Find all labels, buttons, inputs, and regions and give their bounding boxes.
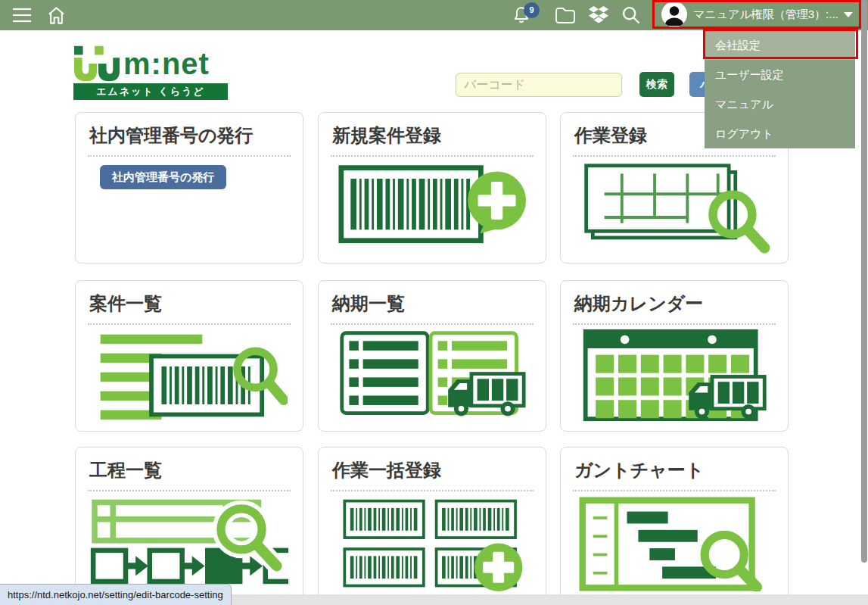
calendar-truck-icon <box>576 329 773 423</box>
divider <box>88 155 291 157</box>
vertical-scrollbar[interactable] <box>861 0 867 563</box>
card-title: 工程一覧 <box>89 458 291 482</box>
card-process-list[interactable]: 工程一覧 <box>75 447 303 601</box>
worksheet-search-icon <box>576 161 773 255</box>
menu-item-logout[interactable]: ログアウト <box>705 119 855 148</box>
gantt-search-icon <box>576 497 773 591</box>
list-barcode-search-icon <box>91 329 288 423</box>
chevron-down-icon <box>844 12 853 17</box>
barcodes-plus-icon <box>334 497 530 591</box>
brand-name: m:net <box>123 47 210 81</box>
card-bulk-work-registration[interactable]: 作業一括登録 <box>318 447 546 601</box>
card-internal-number-issue[interactable]: 社内管理番号の発行 社内管理番号の発行 <box>75 112 303 264</box>
card-project-list[interactable]: 案件一覧 <box>75 280 303 432</box>
user-dropdown-menu: 会社設定 ユーザー設定 マニュアル ログアウト <box>705 30 855 148</box>
card-title: 納期一覧 <box>332 292 534 316</box>
logo-mark <box>73 45 120 83</box>
card-new-project-registration[interactable]: 新規案件登録 <box>318 112 546 264</box>
menu-item-company-settings[interactable]: 会社設定 <box>705 30 855 60</box>
card-gantt-chart[interactable]: ガントチャート <box>560 447 789 601</box>
user-role-label: マニュアル権限（管理3）:... <box>693 0 838 29</box>
search-button[interactable]: 検索 <box>639 72 674 97</box>
card-delivery-list[interactable]: 納期一覧 <box>318 280 546 432</box>
menu-item-manual[interactable]: マニュアル <box>705 89 855 119</box>
brand-tagline: エムネット くらうど <box>73 83 228 100</box>
issue-internal-number-button[interactable]: 社内管理番号の発行 <box>100 165 226 189</box>
notification-count-badge[interactable]: 9 <box>524 2 540 18</box>
delivery-list-truck-icon <box>334 329 530 423</box>
card-title: 案件一覧 <box>89 292 291 316</box>
process-flow-search-icon <box>90 497 288 591</box>
folder-icon[interactable] <box>555 7 576 24</box>
app-window: 9 マニュアル権限（管理 <box>0 0 868 605</box>
app-logo[interactable]: m:net エムネット くらうど <box>73 45 228 100</box>
avatar <box>661 2 687 27</box>
card-delivery-calendar[interactable]: 納期カレンダー <box>560 280 789 432</box>
barcode-search-input[interactable] <box>456 73 622 97</box>
barcode-plus-icon <box>334 161 530 255</box>
card-title: 作業一括登録 <box>332 458 534 482</box>
user-menu-trigger[interactable]: マニュアル権限（管理3）:... <box>655 0 861 29</box>
card-title: 新規案件登録 <box>332 123 534 148</box>
hamburger-menu-icon[interactable] <box>12 8 32 23</box>
dropbox-icon[interactable] <box>589 6 608 24</box>
card-title: ガントチャート <box>574 458 776 482</box>
menu-item-user-settings[interactable]: ユーザー設定 <box>705 60 855 89</box>
card-title: 納期カレンダー <box>574 292 776 316</box>
search-icon[interactable] <box>621 5 642 26</box>
home-icon[interactable] <box>46 5 67 26</box>
top-header-bar: 9 マニュアル権限（管理 <box>0 0 868 30</box>
card-title: 社内管理番号の発行 <box>89 123 291 148</box>
status-bar-link-preview: https://ntd.netkojo.net/setting/edit-bar… <box>0 584 232 605</box>
